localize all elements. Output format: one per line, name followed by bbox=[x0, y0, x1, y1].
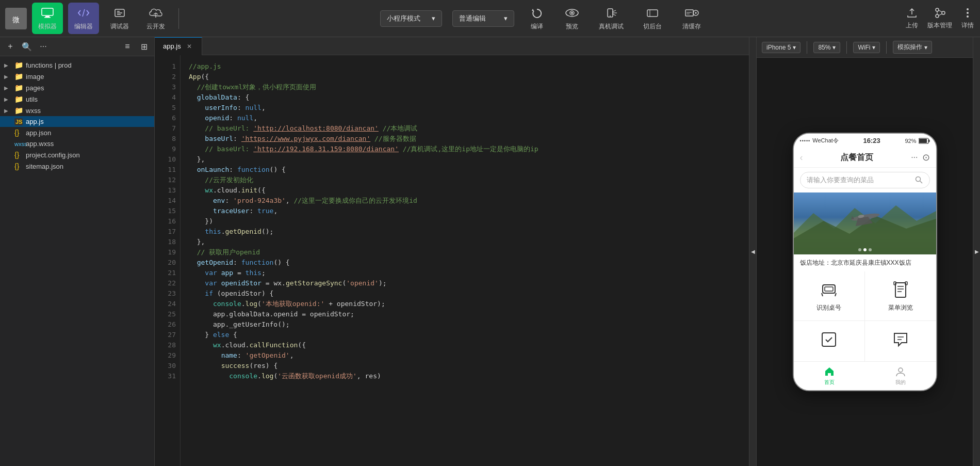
svg-line-51 bbox=[822, 293, 823, 296]
battery-percent: 92% bbox=[905, 138, 916, 144]
browse-icon bbox=[890, 280, 911, 300]
clear-cache-icon bbox=[683, 6, 700, 20]
bottom-nav-home[interactable]: 首页 bbox=[794, 362, 865, 390]
backend-label: 切后台 bbox=[643, 22, 662, 31]
dot-active bbox=[863, 248, 867, 251]
clear-cache-btn[interactable]: 清缓存 bbox=[677, 3, 706, 34]
svg-rect-1 bbox=[45, 16, 50, 17]
version-mgmt-btn[interactable]: 版本管理 bbox=[927, 7, 952, 30]
compile-btn[interactable]: 编译 bbox=[525, 3, 549, 34]
detail-label: 详情 bbox=[961, 21, 974, 30]
search-btn[interactable]: 🔍 bbox=[21, 40, 33, 53]
cloud-icon bbox=[148, 6, 164, 20]
collapse-preview-btn[interactable]: ◀ bbox=[749, 37, 756, 466]
toolbar-sep-1 bbox=[178, 8, 179, 29]
arrow-icon: ▶ bbox=[4, 62, 11, 68]
code-content[interactable]: //app.js App({ //创建towxml对象，供小程序页面使用 glo… bbox=[181, 55, 749, 466]
upload-btn[interactable]: 上传 bbox=[905, 7, 919, 30]
phone-address: 饭店地址：北京市延庆县康庄镇XXX饭店 bbox=[794, 254, 936, 271]
sidebar-item-image[interactable]: ▶ 📁 image bbox=[0, 71, 154, 82]
phone-simulator: ••••• WeChat令 16:23 92% ‹ 点餐首页 ··· ⊙ bbox=[793, 133, 937, 391]
sidebar-item-utils[interactable]: ▶ 📁 utils bbox=[0, 93, 154, 105]
debugger-btn[interactable]: 调试器 bbox=[104, 3, 135, 34]
debugger-label: 调试器 bbox=[110, 22, 129, 31]
debugger-icon bbox=[111, 6, 128, 20]
preview-btn[interactable]: 预览 bbox=[560, 3, 584, 34]
code-editor[interactable]: 12345 678910 1112131415 1617181920 21222… bbox=[155, 55, 749, 466]
translate-select[interactable]: 普通编辑 ▾ bbox=[452, 10, 514, 27]
tab-app-js[interactable]: app.js ✕ bbox=[155, 37, 202, 55]
phone-nav-btns: ··· ⊙ bbox=[911, 152, 929, 163]
folder-icon: 📁 bbox=[14, 95, 23, 103]
home-label: 首页 bbox=[824, 379, 835, 386]
svg-point-33 bbox=[967, 12, 969, 14]
sidebar-item-app-js[interactable]: ▶ JS app.js bbox=[0, 116, 154, 127]
arrow-icon: ▶ bbox=[4, 108, 11, 114]
translate-value: 普通编辑 bbox=[459, 14, 486, 23]
tree-label-project-config: project.config.json bbox=[26, 151, 150, 159]
collapse-icon: ◀ bbox=[750, 249, 756, 254]
phone-search-bar[interactable]: 请输入你要查询的菜品 bbox=[800, 172, 930, 188]
svg-point-14 bbox=[571, 12, 573, 14]
tab-close-btn[interactable]: ✕ bbox=[185, 42, 193, 51]
table-icon bbox=[819, 280, 839, 300]
tree-label-sitemap: sitemap.json bbox=[26, 163, 150, 170]
camera-icon[interactable]: ⊙ bbox=[922, 152, 930, 163]
tree-label-app-wxss: app.wxss bbox=[26, 140, 150, 148]
sidebar: + 🔍 ··· ≡ ⊞ ▶ 📁 functions | prod ▶ 📁 ima… bbox=[0, 37, 155, 466]
app-logo bbox=[5, 8, 27, 29]
simulate-select[interactable]: 模拟操作 ▾ bbox=[893, 41, 932, 54]
phone-navbar: ‹ 点餐首页 ··· ⊙ bbox=[794, 148, 936, 168]
menu-item-chat[interactable] bbox=[865, 321, 936, 361]
sidebar-item-project-config[interactable]: ▶ {} project.config.json bbox=[0, 149, 154, 160]
back-icon: ‹ bbox=[800, 152, 803, 163]
sidebar-item-app-json[interactable]: ▶ {} app.json bbox=[0, 127, 154, 138]
device-arrow: ▾ bbox=[793, 44, 796, 51]
svg-line-52 bbox=[835, 293, 836, 296]
cloud-btn[interactable]: 云开发 bbox=[140, 3, 171, 34]
svg-point-26 bbox=[936, 8, 939, 11]
network-arrow: ▾ bbox=[872, 44, 875, 51]
tree-label-app-js: app.js bbox=[26, 118, 150, 125]
backend-btn[interactable]: 切后台 bbox=[638, 3, 667, 34]
translate-arrow: ▾ bbox=[504, 14, 508, 22]
menu-item-order[interactable] bbox=[794, 321, 865, 361]
sidebar-item-functions[interactable]: ▶ 📁 functions | prod bbox=[0, 59, 154, 71]
json-file-icon: {} bbox=[14, 151, 23, 159]
expand-all-btn[interactable]: ⊞ bbox=[138, 40, 150, 53]
svg-rect-39 bbox=[919, 139, 927, 143]
menu-label-browse: 菜单浏览 bbox=[888, 303, 913, 312]
svg-rect-2 bbox=[44, 17, 51, 18]
svg-rect-20 bbox=[647, 10, 658, 17]
sidebar-item-sitemap[interactable]: ▶ {} sitemap.json bbox=[0, 160, 154, 172]
svg-rect-22 bbox=[685, 10, 693, 16]
phone-battery: 92% bbox=[905, 138, 929, 144]
bottom-nav-me[interactable]: 我的 bbox=[865, 362, 936, 390]
toolbar-right: 上传 版本管理 详情 bbox=[905, 7, 975, 30]
add-file-btn[interactable]: + bbox=[4, 40, 17, 53]
simulator-icon bbox=[39, 6, 56, 20]
sidebar-item-wxss[interactable]: ▶ 📁 wxss bbox=[0, 105, 154, 116]
list-view-btn[interactable]: ≡ bbox=[121, 40, 134, 53]
editor-btn[interactable]: 编辑器 bbox=[68, 3, 99, 34]
network-select[interactable]: WiFi ▾ bbox=[853, 42, 880, 53]
right-collapse-btn[interactable]: ▶ bbox=[973, 37, 980, 466]
more-options-btn[interactable]: ··· bbox=[37, 40, 50, 53]
real-debug-btn[interactable]: 真机调试 bbox=[595, 3, 628, 34]
more-icon[interactable]: ··· bbox=[911, 153, 918, 162]
menu-item-table[interactable]: 识别桌号 bbox=[794, 271, 865, 320]
device-select[interactable]: iPhone 5 ▾ bbox=[762, 42, 801, 53]
svg-point-34 bbox=[967, 15, 969, 18]
upload-label: 上传 bbox=[906, 21, 918, 30]
svg-point-16 bbox=[610, 15, 611, 17]
simulator-btn[interactable]: 模拟器 bbox=[32, 3, 63, 34]
zoom-select[interactable]: 85% ▾ bbox=[813, 42, 840, 53]
sidebar-item-pages[interactable]: ▶ 📁 pages bbox=[0, 82, 154, 93]
clear-cache-label: 清缓存 bbox=[682, 22, 701, 31]
phone-hero-image bbox=[794, 192, 936, 254]
menu-item-browse[interactable]: 菜单浏览 bbox=[865, 271, 936, 320]
preview-sep-2 bbox=[846, 41, 847, 54]
sidebar-item-app-wxss[interactable]: ▶ wxss app.wxss bbox=[0, 138, 154, 149]
detail-btn[interactable]: 详情 bbox=[960, 7, 975, 30]
miniprogram-mode-select[interactable]: 小程序模式 ▾ bbox=[380, 10, 442, 27]
